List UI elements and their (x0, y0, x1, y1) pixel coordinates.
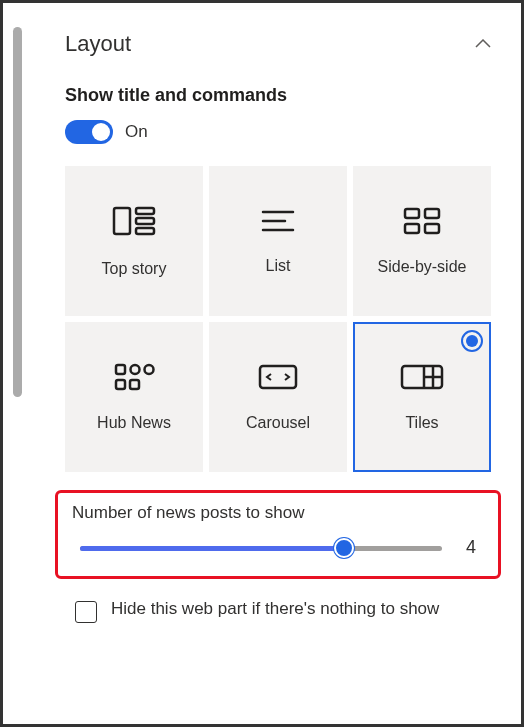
chevron-up-icon (475, 35, 491, 53)
svg-rect-7 (405, 209, 419, 218)
side-by-side-icon (402, 206, 442, 240)
svg-rect-3 (136, 228, 154, 234)
slider-row: 4 (72, 537, 484, 558)
selected-radio-icon (461, 330, 483, 352)
svg-rect-1 (136, 208, 154, 214)
layout-label: Tiles (405, 414, 438, 432)
section-title: Layout (65, 31, 131, 57)
slider-thumb[interactable] (334, 538, 354, 558)
svg-rect-15 (130, 380, 139, 389)
section-header[interactable]: Layout (65, 31, 491, 57)
layout-option-carousel[interactable]: Carousel (209, 322, 347, 472)
svg-point-13 (145, 365, 154, 374)
top-story-icon (112, 204, 156, 242)
checkbox-label: Hide this web part if there's nothing to… (111, 597, 439, 621)
layout-label: List (266, 257, 291, 275)
svg-point-12 (131, 365, 140, 374)
layout-label: Top story (102, 260, 167, 278)
layout-option-side-by-side[interactable]: Side-by-side (353, 166, 491, 316)
tiles-icon (399, 362, 445, 396)
svg-rect-2 (136, 218, 154, 224)
scrollbar[interactable] (13, 27, 22, 397)
toggle-row: On (65, 120, 491, 144)
svg-rect-11 (116, 365, 125, 374)
svg-rect-8 (425, 209, 439, 218)
layout-option-list[interactable]: List (209, 166, 347, 316)
slider-value: 4 (466, 537, 476, 558)
layout-option-hub-news[interactable]: Hub News (65, 322, 203, 472)
layout-panel: Layout Show title and commands On Top st… (3, 3, 521, 643)
layout-label: Side-by-side (378, 258, 467, 276)
slider-fill (80, 546, 344, 551)
posts-count-slider[interactable] (80, 538, 442, 558)
checkbox-row: Hide this web part if there's nothing to… (65, 597, 491, 623)
show-title-toggle[interactable] (65, 120, 113, 144)
svg-rect-0 (114, 208, 130, 234)
layout-option-tiles[interactable]: Tiles (353, 322, 491, 472)
hide-webpart-checkbox[interactable] (75, 601, 97, 623)
list-icon (259, 207, 297, 239)
slider-label: Number of news posts to show (72, 503, 484, 523)
layout-option-top-story[interactable]: Top story (65, 166, 203, 316)
highlight-annotation: Number of news posts to show 4 (55, 490, 501, 579)
svg-rect-9 (405, 224, 419, 233)
layout-grid: Top story List Side-by-si (65, 166, 491, 472)
toggle-state-label: On (125, 122, 148, 142)
layout-label: Hub News (97, 414, 171, 432)
svg-rect-14 (116, 380, 125, 389)
carousel-icon (256, 362, 300, 396)
layout-label: Carousel (246, 414, 310, 432)
hub-news-icon (113, 362, 155, 396)
svg-rect-10 (425, 224, 439, 233)
toggle-header: Show title and commands (65, 85, 491, 106)
